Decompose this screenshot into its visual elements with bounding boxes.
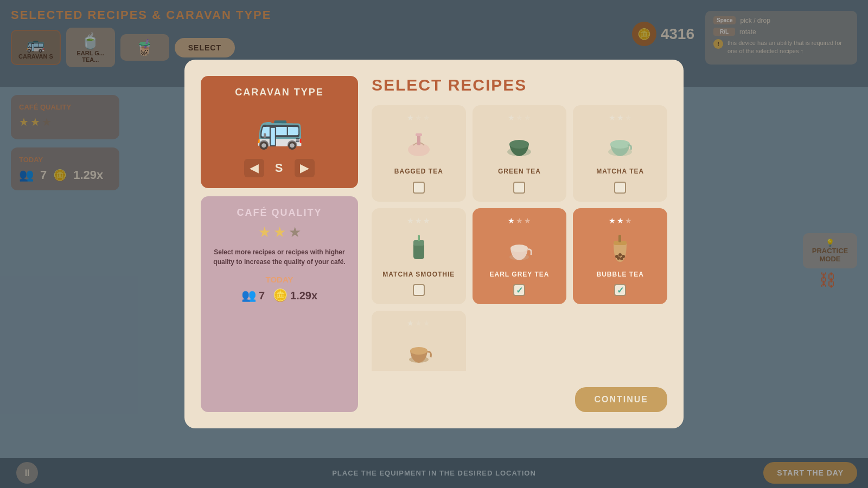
caravan-next-button[interactable]: ▶ xyxy=(295,159,315,177)
bagged-tea-image xyxy=(400,126,438,164)
svg-point-6 xyxy=(610,140,630,149)
bubble-tea-checkbox[interactable]: ✓ xyxy=(614,284,626,296)
recipes-grid: ★ ★ ★ BAGGED TEA xyxy=(372,105,667,371)
caravan-panel-title: CARAVAN TYPE xyxy=(212,87,347,98)
svg-rect-13 xyxy=(618,235,621,242)
cafe-quality-panel-title: CAFÉ QUALITY xyxy=(212,207,347,219)
cafe-stat-multiplier: 🪙 1.29x xyxy=(273,288,317,303)
cafe-today-label: TODAY xyxy=(212,275,347,284)
earl-grey-check-icon: ✓ xyxy=(516,285,523,296)
recipe-card-earl-grey[interactable]: ★ ★ ★ EARL GREY TEA ✓ xyxy=(473,208,567,305)
svg-rect-2 xyxy=(416,133,422,136)
cafe-star-2: ★ xyxy=(273,224,286,241)
cafe-stat-visitors: 👥 7 xyxy=(241,288,265,303)
cafe-today-stats: 👥 7 🪙 1.29x xyxy=(212,288,347,303)
caravan-icon: 🚌 xyxy=(212,106,347,151)
green-tea-checkbox[interactable] xyxy=(513,182,525,194)
svg-point-4 xyxy=(509,140,529,149)
earl-grey-checkbox[interactable]: ✓ xyxy=(513,284,525,296)
bubble-tea-check-icon: ✓ xyxy=(617,285,624,296)
matcha-tea-name: MATCHA TEA xyxy=(596,168,644,176)
matcha-tea-image xyxy=(601,126,639,164)
recipe-card-matcha-smoothie[interactable]: ★ ★ ★ MATCHA SMOOTHIE xyxy=(372,208,466,305)
svg-point-17 xyxy=(617,256,620,260)
svg-rect-9 xyxy=(418,235,420,241)
bagged-tea-stars: ★ ★ ★ xyxy=(407,113,430,123)
cafe-visitors-count: 7 xyxy=(259,290,265,302)
recipe-card-bagged-tea[interactable]: ★ ★ ★ BAGGED TEA xyxy=(372,105,466,202)
svg-point-11 xyxy=(510,245,528,252)
recipe-card-green-tea[interactable]: ★ ★ ★ GREEN TEA xyxy=(473,105,567,202)
continue-button[interactable]: CONTINUE xyxy=(575,387,667,412)
modal-left: CARAVAN TYPE 🚌 ◀ S ▶ CAFÉ QUALITY ★ ★ ★ … xyxy=(201,76,358,412)
caravan-panel: CARAVAN TYPE 🚌 ◀ S ▶ xyxy=(201,76,358,188)
cafe-star-3: ★ xyxy=(289,224,301,241)
cafe-quality-description: Select more recipes or recipes with high… xyxy=(212,247,347,267)
caravan-prev-button[interactable]: ◀ xyxy=(244,159,264,177)
matcha-smoothie-name: MATCHA SMOOTHIE xyxy=(382,271,455,279)
coin-icon: 🪙 xyxy=(273,288,288,303)
bubble-tea-stars: ★ ★ ★ xyxy=(609,216,632,226)
green-tea-image xyxy=(500,126,538,164)
bubble-tea-name: BUBBLE TEA xyxy=(596,271,643,279)
recipe-card-matcha-tea[interactable]: ★ ★ ★ MATCHA TEA xyxy=(573,105,667,202)
green-tea-name: GREEN TEA xyxy=(498,168,541,176)
cafe-quality-stars: ★ ★ ★ xyxy=(212,224,347,241)
green-tea-stars: ★ ★ ★ xyxy=(508,113,531,123)
bagged-tea-checkbox[interactable] xyxy=(413,182,425,194)
modal: CARAVAN TYPE 🚌 ◀ S ▶ CAFÉ QUALITY ★ ★ ★ … xyxy=(184,60,684,428)
english-stars: ★ ★ ★ xyxy=(407,319,430,329)
matcha-tea-stars: ★ ★ ★ xyxy=(609,113,632,123)
matcha-smoothie-stars: ★ ★ ★ xyxy=(407,216,430,226)
matcha-smoothie-image xyxy=(400,229,438,267)
bagged-tea-name: BAGGED TEA xyxy=(394,168,443,176)
cafe-multiplier: 1.29x xyxy=(290,290,317,302)
recipe-card-english[interactable]: ★ ★ ★ ENGLISH BREAKFAST xyxy=(372,311,466,371)
svg-point-18 xyxy=(620,257,623,260)
select-recipes-title: SELECT RECIPES xyxy=(372,76,667,94)
svg-point-20 xyxy=(410,347,427,355)
cafe-star-1: ★ xyxy=(258,224,271,241)
recipe-card-bubble-tea[interactable]: ★ ★ ★ xyxy=(573,208,667,305)
matcha-smoothie-checkbox[interactable] xyxy=(413,284,425,296)
modal-overlay: CARAVAN TYPE 🚌 ◀ S ▶ CAFÉ QUALITY ★ ★ ★ … xyxy=(0,0,868,488)
english-image xyxy=(400,332,438,370)
matcha-tea-checkbox[interactable] xyxy=(614,182,626,194)
cafe-quality-panel: CAFÉ QUALITY ★ ★ ★ Select more recipes o… xyxy=(201,196,358,412)
visitors-icon: 👥 xyxy=(241,288,256,303)
earl-grey-stars: ★ ★ ★ xyxy=(508,216,531,226)
svg-point-15 xyxy=(618,253,622,256)
earl-grey-image xyxy=(500,229,538,267)
bubble-tea-image xyxy=(601,229,639,267)
modal-right: SELECT RECIPES ★ ★ ★ xyxy=(372,76,667,412)
caravan-size: S xyxy=(275,161,284,175)
earl-grey-name: EARL GREY TEA xyxy=(490,271,550,279)
caravan-nav: ◀ S ▶ xyxy=(212,159,347,177)
